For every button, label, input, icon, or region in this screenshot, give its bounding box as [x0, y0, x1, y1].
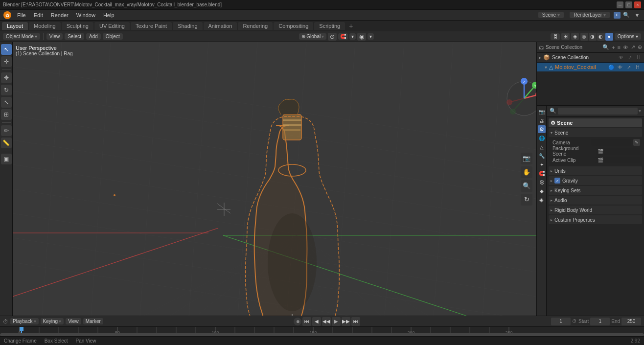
- blender-icon[interactable]: ✿: [2, 11, 13, 20]
- prop-modifier-icon[interactable]: 🔧: [538, 152, 546, 160]
- select-tool[interactable]: ↖: [1, 44, 12, 55]
- prop-object-icon[interactable]: △: [538, 143, 546, 151]
- camera-value[interactable]: [591, 139, 632, 146]
- rigid-body-world-header[interactable]: ▸ Rigid Body World: [549, 206, 642, 214]
- menu-edit[interactable]: Edit: [30, 11, 46, 19]
- menu-render[interactable]: Render: [47, 11, 72, 19]
- search-icon-header[interactable]: 🔍: [621, 11, 631, 20]
- step-back-fast-button[interactable]: ◀◀: [322, 317, 331, 326]
- snap-options[interactable]: ▾: [349, 33, 356, 40]
- audio-section-header[interactable]: ▸ Audio: [549, 196, 642, 205]
- start-frame-input[interactable]: 1: [590, 318, 610, 325]
- jump-to-start-button[interactable]: ⏮: [302, 317, 311, 326]
- keying-sets-section-header[interactable]: ▸ Keying Sets: [549, 186, 642, 195]
- move-tool[interactable]: ✥: [1, 72, 12, 83]
- add-menu[interactable]: Add: [86, 33, 101, 40]
- item-hide-icon[interactable]: H: [634, 64, 641, 70]
- status-pan-view[interactable]: Pan View: [76, 338, 96, 344]
- select-toggle[interactable]: ↗: [626, 54, 633, 61]
- timeline-scrollbar-thumb[interactable]: [0, 333, 644, 336]
- prop-constraints-icon[interactable]: ⛓: [538, 178, 546, 186]
- camera-edit-button[interactable]: ✎: [633, 139, 640, 146]
- scale-tool[interactable]: ⤡: [1, 97, 12, 108]
- item-eye-icon[interactable]: 👁: [617, 64, 623, 70]
- camera-view-icon[interactable]: 📷: [521, 153, 532, 164]
- tab-compositing[interactable]: Compositing: [274, 22, 313, 30]
- close-button[interactable]: ×: [634, 1, 641, 8]
- tab-texture-paint[interactable]: Texture Paint: [131, 22, 172, 30]
- show-overlays[interactable]: ⊞: [561, 33, 570, 40]
- units-section-header[interactable]: ▸ Units: [549, 166, 642, 175]
- measure-tool[interactable]: 📏: [1, 138, 12, 148]
- play-button[interactable]: ▶: [332, 317, 341, 326]
- cursor-tool[interactable]: ✛: [1, 56, 12, 67]
- scene-section-header[interactable]: ▾ Scene: [549, 128, 642, 137]
- prop-scene-icon[interactable]: ⚙: [538, 125, 546, 133]
- step-forward-button[interactable]: ▶▶: [342, 317, 350, 326]
- prop-world-icon[interactable]: 🌐: [538, 134, 546, 142]
- timeline-ruler[interactable]: 0 50 100 150: [0, 327, 644, 336]
- outliner-hide-icon[interactable]: ⊕: [638, 44, 642, 50]
- status-change-frame[interactable]: Change Frame: [4, 338, 37, 344]
- snap-toggle[interactable]: 🧲: [338, 33, 348, 40]
- outliner-filter-icon[interactable]: 🔍: [602, 44, 609, 50]
- xray-toggle[interactable]: ◈: [571, 33, 579, 40]
- transform-pivot[interactable]: ⊙: [328, 33, 337, 41]
- transform-tool[interactable]: ⊞: [1, 109, 12, 120]
- viewport-shading[interactable]: ◎ ◑ ◐ ●: [580, 33, 613, 41]
- menu-window[interactable]: Window: [73, 11, 99, 19]
- select-menu[interactable]: Select: [65, 33, 84, 40]
- viewport-transform-global[interactable]: ⊕ Global▾: [299, 33, 326, 40]
- object-menu[interactable]: Object: [103, 33, 123, 40]
- prop-particles-icon[interactable]: ✦: [538, 161, 546, 168]
- tab-animation[interactable]: Animation: [204, 22, 237, 30]
- visibility-toggle[interactable]: 👁: [618, 54, 624, 61]
- prop-material-icon[interactable]: ◉: [538, 196, 546, 204]
- prop-physics-icon[interactable]: 🧲: [538, 169, 546, 177]
- rotate-tool[interactable]: ↻: [1, 85, 12, 95]
- zoom-view-icon[interactable]: 🔍: [521, 180, 532, 192]
- menu-help[interactable]: Help: [100, 11, 118, 19]
- render-layer-selector[interactable]: RenderLayer▾: [570, 12, 610, 18]
- add-cube-tool[interactable]: ▣: [1, 154, 12, 164]
- tab-shading[interactable]: Shading: [173, 22, 202, 30]
- outliner-new-collection-icon[interactable]: +: [612, 45, 615, 50]
- hide-toggle[interactable]: H: [635, 54, 642, 61]
- rotate-view-icon[interactable]: ↻: [521, 194, 532, 206]
- gravity-section-header[interactable]: ▸ ✓ Gravity: [549, 176, 642, 185]
- proportional-options[interactable]: ▾: [368, 33, 374, 40]
- view-menu-timeline[interactable]: View: [66, 318, 81, 324]
- keying-menu[interactable]: Keying▾: [41, 318, 64, 324]
- marker-menu[interactable]: Marker: [83, 318, 103, 324]
- options-button[interactable]: Options ▾: [615, 33, 641, 40]
- current-frame-input[interactable]: 1: [551, 318, 571, 325]
- tab-layout[interactable]: Layout: [2, 22, 28, 30]
- gravity-checkbox[interactable]: ✓: [554, 178, 560, 184]
- prop-output-icon[interactable]: 🖨: [538, 116, 546, 124]
- minimize-button[interactable]: ─: [617, 1, 623, 8]
- view-menu[interactable]: View: [46, 33, 63, 40]
- active-clip-value[interactable]: 🎬: [596, 157, 641, 163]
- tab-uv-editing[interactable]: UV Editing: [94, 22, 130, 30]
- playback-menu[interactable]: Playback▾: [10, 318, 39, 324]
- maximize-button[interactable]: □: [625, 1, 632, 8]
- item-select-icon[interactable]: ↗: [625, 64, 632, 70]
- step-back-button[interactable]: ◀: [312, 317, 321, 326]
- custom-properties-header[interactable]: ▸ Custom Properties: [549, 215, 642, 224]
- outliner-options-icon[interactable]: ≡: [618, 45, 621, 50]
- add-workspace-button[interactable]: +: [346, 21, 356, 31]
- prop-render-icon[interactable]: 📷: [538, 108, 546, 115]
- jump-to-end-button[interactable]: ⏭: [351, 317, 360, 326]
- move-view-icon[interactable]: ✋: [521, 166, 532, 178]
- properties-search-input[interactable]: [558, 108, 638, 115]
- bg-scene-value[interactable]: 🎬: [596, 148, 641, 155]
- outliner-visibility-icon[interactable]: 👁: [623, 45, 628, 50]
- proportional-edit[interactable]: ◉: [357, 33, 366, 41]
- menu-file[interactable]: File: [14, 11, 29, 19]
- object-mode-selector[interactable]: Object Mode▾: [3, 33, 40, 40]
- tab-sculpting[interactable]: Sculpting: [62, 22, 93, 30]
- tab-rendering[interactable]: Rendering: [238, 22, 273, 30]
- status-box-select[interactable]: Box Select: [45, 338, 68, 344]
- frame-record-button[interactable]: ⏺: [294, 318, 301, 325]
- tab-modeling[interactable]: Modeling: [29, 22, 61, 30]
